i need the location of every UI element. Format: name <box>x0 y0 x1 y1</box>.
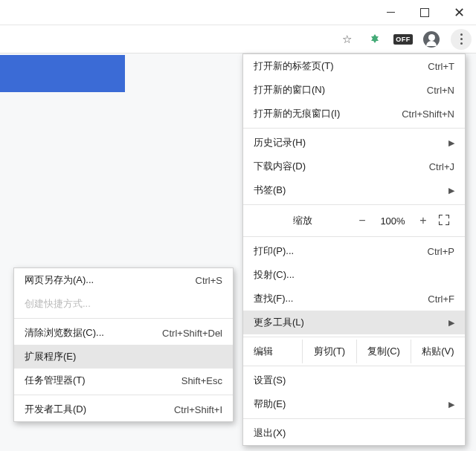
menu-edit-row: 编辑 剪切(T) 复制(C) 粘贴(V) <box>243 340 465 363</box>
page-content-banner <box>0 55 125 92</box>
maximize-button[interactable] <box>408 0 442 25</box>
zoom-out-button[interactable]: − <box>352 214 373 227</box>
menu-downloads[interactable]: 下载内容(D) Ctrl+J <box>243 155 465 178</box>
submenu-arrow-icon: ▶ <box>448 186 454 195</box>
minimize-button[interactable] <box>373 0 408 25</box>
zoom-value: 100% <box>373 215 413 227</box>
submenu-dev-tools[interactable]: 开发者工具(D) Ctrl+Shift+I <box>14 398 233 421</box>
menu-settings[interactable]: 设置(S) <box>243 369 465 392</box>
edit-paste-button[interactable]: 粘贴(V) <box>411 340 465 363</box>
submenu-arrow-icon: ▶ <box>448 318 454 328</box>
window-controls: ✕ <box>0 0 476 25</box>
menu-new-window[interactable]: 打开新的窗口(N) Ctrl+N <box>243 78 465 102</box>
off-badge-icon[interactable]: OFF <box>394 30 412 48</box>
menu-button[interactable] <box>451 29 472 50</box>
submenu-arrow-icon: ▶ <box>448 138 454 148</box>
menu-incognito[interactable]: 打开新的无痕窗口(I) Ctrl+Shift+N <box>243 102 465 126</box>
profile-avatar-icon[interactable] <box>422 30 440 48</box>
edit-cut-button[interactable]: 剪切(T) <box>302 340 356 363</box>
menu-bookmarks[interactable]: 书签(B) ▶ <box>243 178 465 202</box>
browser-toolbar: ☆ OFF <box>0 25 476 53</box>
menu-new-tab[interactable]: 打开新的标签页(T) Ctrl+T <box>243 54 465 78</box>
menu-find[interactable]: 查找(F)... Ctrl+F <box>243 287 465 311</box>
submenu-extensions[interactable]: 扩展程序(E) <box>14 345 233 369</box>
menu-help[interactable]: 帮助(E) ▶ <box>243 392 465 416</box>
menu-cast[interactable]: 投射(C)... <box>243 263 465 287</box>
extension-icon[interactable] <box>366 30 384 48</box>
menu-history[interactable]: 历史记录(H) ▶ <box>243 131 465 155</box>
submenu-arrow-icon: ▶ <box>448 400 454 409</box>
menu-zoom: 缩放 − 100% + <box>243 207 465 234</box>
close-button[interactable]: ✕ <box>442 0 476 25</box>
menu-more-tools[interactable]: 更多工具(L) ▶ <box>243 311 465 334</box>
fullscreen-button[interactable] <box>434 215 454 227</box>
zoom-in-button[interactable]: + <box>413 214 434 227</box>
menu-label: 打开新的标签页(T) <box>254 59 407 73</box>
main-menu: 打开新的标签页(T) Ctrl+T 打开新的窗口(N) Ctrl+N 打开新的无… <box>242 53 466 446</box>
submenu-clear-data[interactable]: 清除浏览数据(C)... Ctrl+Shift+Del <box>14 321 233 345</box>
edit-copy-button[interactable]: 复制(C) <box>356 340 411 363</box>
zoom-label: 缩放 <box>254 214 352 227</box>
submenu-save-as[interactable]: 网页另存为(A)... Ctrl+S <box>14 268 233 292</box>
menu-exit[interactable]: 退出(X) <box>243 421 465 445</box>
submenu-task-manager[interactable]: 任务管理器(T) Shift+Esc <box>14 369 233 392</box>
bookmark-star-icon[interactable]: ☆ <box>338 30 356 48</box>
menu-shortcut: Ctrl+T <box>428 61 454 72</box>
menu-print[interactable]: 打印(P)... Ctrl+P <box>243 239 465 263</box>
submenu-create-shortcut: 创建快捷方式... <box>14 292 233 316</box>
more-tools-submenu: 网页另存为(A)... Ctrl+S 创建快捷方式... 清除浏览数据(C)..… <box>13 267 234 422</box>
edit-label: 编辑 <box>243 340 302 363</box>
